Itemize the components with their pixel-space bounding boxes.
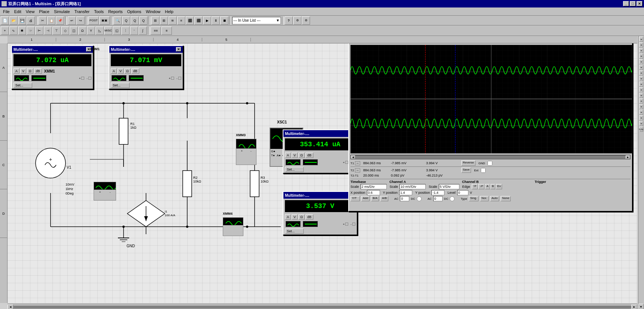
mm3-btn-ohm[interactable]: Ω <box>298 153 305 158</box>
print-button[interactable]: 🖨 <box>27 16 35 25</box>
mm3-signal-ac[interactable] <box>286 159 301 165</box>
osc-type-auto-btn[interactable]: Auto <box>490 196 499 201</box>
comp-btn-7[interactable]: ⊤ <box>52 27 61 35</box>
rp-btn-3[interactable]: ≡ <box>639 48 643 53</box>
rp-btn-6[interactable]: ≡ <box>639 65 643 70</box>
rp-btn-10[interactable]: ≡ <box>639 87 643 92</box>
multimeter-3-window[interactable]: Multimeter-.... ✕ 353.414 uA A V Ω dB + … <box>283 129 358 174</box>
mm4-btn-v[interactable]: V <box>292 214 298 220</box>
scroll-down-btn[interactable]: ▼ <box>638 304 644 309</box>
comp-btn-3[interactable]: ✱ <box>18 27 26 35</box>
scroll-left-btn[interactable]: ◄ <box>7 305 13 309</box>
rp-btn-17[interactable]: Lnv <box>639 126 643 132</box>
zoom-in-button[interactable]: 🔍 <box>113 16 122 25</box>
run-button[interactable]: ▣▣ <box>99 16 110 25</box>
osc-chb-ypos-input[interactable] <box>431 190 444 195</box>
menu-options[interactable]: Options <box>125 9 143 15</box>
menu-help[interactable]: Help <box>163 9 176 15</box>
undo-button[interactable]: ↩ <box>68 16 76 25</box>
mm1-btn-a[interactable]: A <box>13 68 19 74</box>
mm2-signal-ac[interactable] <box>112 75 127 81</box>
comp-btn-14[interactable]: ◱ <box>113 27 121 35</box>
mm1-signal-ac[interactable] <box>14 75 29 81</box>
run-sim-button[interactable]: ▶ <box>203 16 211 25</box>
mm3-btn-a[interactable]: A <box>285 153 291 158</box>
zoom-area-button[interactable]: Q <box>131 16 139 25</box>
mm1-set-button[interactable]: Set... <box>13 83 32 88</box>
osc-ba-btn[interactable]: B/A <box>371 196 379 201</box>
mm4-signal-ac[interactable] <box>286 221 301 227</box>
menu-view[interactable]: View <box>24 9 37 15</box>
grid-button[interactable]: ⊞ <box>160 16 168 25</box>
comp-btn-19[interactable]: ≡ <box>161 27 172 35</box>
close-button[interactable]: ✕ <box>637 1 643 6</box>
osc-cha-ypos-input[interactable] <box>399 190 412 195</box>
multimeter-4-window[interactable]: Multimeter-.... ✕ 3.537 V A V Ω dB + - S… <box>283 191 358 235</box>
mm2-signal-dc[interactable] <box>129 75 144 81</box>
extra-button2[interactable]: ⚙ <box>302 16 310 25</box>
osc-trig-b-btn[interactable]: B <box>490 184 495 189</box>
comp-btn-1[interactable]: + <box>1 27 9 35</box>
multimeter-2-close[interactable]: ✕ <box>176 47 181 52</box>
zoom-fit-button[interactable]: Q <box>139 16 148 25</box>
back-ann-button[interactable]: ⬛ <box>194 16 203 25</box>
zoom-out-button[interactable]: Q <box>122 16 130 25</box>
menu-simulate[interactable]: Simulate <box>52 9 72 15</box>
copy-button[interactable]: 📋 <box>47 16 55 25</box>
post-button[interactable]: POST <box>88 16 99 25</box>
wire-button[interactable]: ≋ <box>168 16 177 25</box>
comp-btn-15[interactable]: ⋮ <box>121 27 130 35</box>
cut-button[interactable]: ✂ <box>39 16 47 25</box>
comp-btn-10[interactable]: Ω <box>78 27 86 35</box>
mm3-signal-dc[interactable] <box>303 159 318 165</box>
rp-btn-14[interactable]: ≡ <box>639 110 643 115</box>
rp-btn-15[interactable]: ≡ <box>639 115 643 120</box>
rp-btn-11[interactable]: ≡ <box>639 93 643 98</box>
mm1-btn-db[interactable]: dB <box>34 68 42 74</box>
comp-btn-4[interactable]: ☞ <box>27 27 35 35</box>
osc-tb-xpos-input[interactable] <box>367 190 380 195</box>
rp-btn-7[interactable]: ≡ <box>639 70 643 76</box>
place-comp-button[interactable]: ⊞ <box>151 16 160 25</box>
stop-sim-button[interactable]: ⏹ <box>220 16 228 25</box>
osc-trig-rise-btn[interactable]: ↑F <box>472 184 478 189</box>
osc-ext-check[interactable] <box>481 168 486 173</box>
scrollbar-horizontal[interactable]: ◄ ► <box>7 304 637 309</box>
menu-edit[interactable]: Edit <box>12 9 24 15</box>
comp-btn-6[interactable]: ⊣ <box>44 27 52 35</box>
menu-window[interactable]: Window <box>143 9 162 15</box>
mm3-set-button[interactable]: Set... <box>285 167 304 172</box>
rp-btn-1[interactable]: ≡ <box>639 37 643 42</box>
new-button[interactable]: 📄 <box>1 16 9 25</box>
osc-trig-level-input[interactable] <box>457 190 468 195</box>
mm3-btn-v[interactable]: V <box>292 153 298 158</box>
osc-tb-scale-input[interactable] <box>361 184 387 189</box>
mm4-btn-db[interactable]: dB <box>306 214 313 220</box>
comp-btn-8[interactable]: ◇ <box>61 27 69 35</box>
osc-yt-btn[interactable]: Y/T <box>350 196 360 201</box>
osc-save-button[interactable]: Save <box>461 168 471 173</box>
paste-button[interactable]: 📌 <box>56 16 64 25</box>
menu-file[interactable]: File <box>1 9 12 15</box>
comp-btn-2[interactable]: ∿ <box>9 27 18 35</box>
maximize-button[interactable]: □ <box>630 1 636 6</box>
mm1-btn-ohm[interactable]: Ω <box>27 68 33 74</box>
osc-type-none-btn[interactable]: None <box>501 196 511 201</box>
osc-type-sing-btn[interactable]: Sing. <box>469 196 479 201</box>
menu-transfer[interactable]: Transfer <box>72 9 92 15</box>
osc-t1-btn[interactable]: T1 ↔ <box>350 161 362 165</box>
rp-btn-16[interactable]: ≡ <box>639 121 643 126</box>
comp-btn-13[interactable]: MISC <box>104 27 112 35</box>
in-use-list-dropdown[interactable]: --- In Use List --- ▼ <box>232 17 281 24</box>
mm3-btn-db[interactable]: dB <box>306 153 313 158</box>
osc-trig-ex-btn[interactable]: Ex <box>496 184 502 189</box>
rp-btn-4[interactable]: ≡ <box>639 53 643 59</box>
mm4-btn-ohm[interactable]: Ω <box>298 214 305 220</box>
osc-trig-a-btn[interactable]: A <box>485 184 490 189</box>
multimeter-2-window[interactable]: Multimeter-.... ✕ 7.071 mV A V Ω dB + - … <box>109 45 183 89</box>
redo-button[interactable]: ↪ <box>76 16 85 25</box>
mm1-signal-dc[interactable] <box>31 75 46 81</box>
osc-gnd-check[interactable] <box>487 161 492 166</box>
osc-ab-btn[interactable]: A/B <box>380 196 388 201</box>
osc-add-btn[interactable]: Add <box>361 196 370 201</box>
